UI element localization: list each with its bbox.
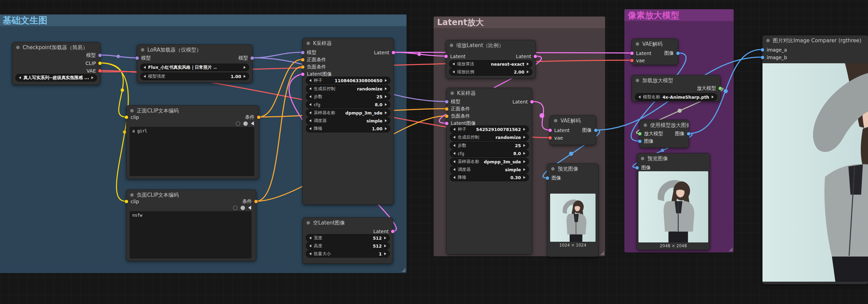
output-port-conditioning[interactable]: 条件 [242,199,258,204]
output-port-latent[interactable]: Latent [512,99,534,105]
clip-port-icon[interactable] [98,62,102,65]
node-title-bar[interactable]: 缩放Latent（比例） [446,40,535,51]
scale-ratio-widget[interactable]: 缩放比例 2.00 [449,68,532,76]
seed-widget[interactable]: 种子 1108406330800650 [306,77,390,84]
sampler-name-widget[interactable]: 采样器名称 dpmpp_3m_sde [450,158,529,165]
collapse-dot-icon[interactable] [551,167,555,171]
input-port-positive[interactable]: 正面条件 [301,57,326,63]
cfg-widget[interactable]: cfg 8.0 [450,150,529,157]
node-title-bar[interactable]: 图片对比Image Comparer (rgthree) [763,35,868,46]
latent-port-icon[interactable] [444,55,448,58]
collapse-dot-icon[interactable] [307,42,310,45]
node-title-bar[interactable]: Checkpoint加载器（简易） [12,42,100,53]
next-arrow-icon[interactable] [91,76,93,79]
lora-strength-widget[interactable]: 模型强度 1.00 [140,73,249,80]
model-name-widget[interactable]: 模型名称 4x-AnimeSharp.pth [635,93,717,101]
output-port-upscale-model[interactable]: 放大模型 [697,86,722,91]
node-title-bar[interactable]: 加载放大模型 [632,75,720,86]
collapse-dot-icon[interactable] [641,157,644,160]
latent-port-icon[interactable] [630,52,634,55]
decrement-arrow-icon[interactable] [453,70,455,73]
group-title-base[interactable]: 基础文生图 [0,14,407,26]
decrement-arrow-icon[interactable] [453,63,455,65]
conditioning-port-icon[interactable] [301,65,304,69]
decrement-arrow-icon[interactable] [453,176,455,179]
collapse-dot-icon[interactable] [130,109,134,112]
increment-arrow-icon[interactable] [244,75,246,78]
node-preview-image-2048[interactable]: 预览图像 图像 2048 × 2048 [637,153,710,250]
steps-widget[interactable]: 步数 25 [450,142,529,149]
increment-arrow-icon[interactable] [385,127,387,130]
ckpt-name-widget[interactable]: 真人写实系列--超级真实氛围感 ... [15,74,97,82]
height-widget[interactable]: 高度 512 [306,242,390,250]
collapse-dot-icon[interactable] [636,42,639,46]
output-port-vae[interactable]: VAE [87,68,102,74]
image-port-icon[interactable] [635,166,639,170]
input-port-image[interactable]: 图像 [546,175,561,181]
increment-arrow-icon[interactable] [385,79,387,82]
next-arrow-icon[interactable] [712,96,714,98]
prev-arrow-icon[interactable] [638,96,641,98]
collapse-dot-icon[interactable] [644,123,647,127]
decrement-arrow-icon[interactable] [309,103,311,106]
prev-arrow-icon[interactable] [19,76,21,79]
group-resize-handle[interactable] [728,247,733,251]
latent-port-icon[interactable] [534,55,537,58]
output-port-clip[interactable]: CLIP [86,61,102,66]
increment-arrow-icon[interactable] [523,176,525,179]
vae-port-icon[interactable] [98,69,102,73]
output-port-latent[interactable]: Latent [374,50,395,55]
clip-port-icon[interactable] [125,200,128,203]
decrement-arrow-icon[interactable] [309,245,311,247]
collapse-dot-icon[interactable] [141,48,144,52]
node-title-bar[interactable]: VAE解码 [632,39,678,49]
input-port-positive[interactable]: 正面条件 [445,106,470,112]
input-port-image-b[interactable]: image_b [761,55,787,60]
preview-thumbnail[interactable] [550,194,596,242]
decrement-arrow-icon[interactable] [309,87,311,90]
node-empty-latent[interactable]: 空Latent图像 Latent 宽度 512 高度 512 批量大小 1 [302,217,393,264]
image-port-icon[interactable] [676,52,680,55]
increment-arrow-icon[interactable] [385,95,387,98]
node-title-bar[interactable]: 正面CLIP文本编码 [126,106,259,116]
textarea-toolbar[interactable] [233,206,251,210]
node-preview-image-1024[interactable]: 预览图像 图像 1024 × 1024 [547,163,599,257]
increment-arrow-icon[interactable] [385,119,387,122]
input-port-clip[interactable]: clip [125,115,139,120]
input-port-negative[interactable]: 负面条件 [445,113,470,119]
control-after-generate-widget[interactable]: 生成后控制 randomize [450,133,529,141]
node-graph-canvas[interactable]: 基础文生图 Latent放大 像素放大模型 [0,0,868,304]
upscale-method-widget[interactable]: 缩放算法 nearest-exact [449,60,532,68]
decrement-arrow-icon[interactable] [453,136,455,139]
image-port-icon[interactable] [546,176,549,180]
width-widget[interactable]: 宽度 512 [306,234,390,242]
increment-arrow-icon[interactable] [527,63,529,65]
latent-port-icon[interactable] [445,122,448,125]
sampler-name-widget[interactable]: 采样器名称 dpmpp_3m_sde [306,109,390,117]
decrement-arrow-icon[interactable] [309,237,311,239]
increment-arrow-icon[interactable] [523,144,525,147]
conditioning-port-icon[interactable] [445,115,448,118]
node-ksampler-2[interactable]: K采样器 模型 正面条件 负面条件 Latent图像 Latent 种子 542… [446,88,532,254]
decrement-arrow-icon[interactable] [453,152,455,155]
image-port-icon[interactable] [594,129,598,132]
vae-port-icon[interactable] [548,136,552,140]
conditioning-port-icon[interactable] [254,200,258,203]
node-title-bar[interactable]: 空Latent图像 [303,218,393,228]
increment-arrow-icon[interactable] [523,128,525,131]
collapse-dot-icon[interactable] [554,119,557,122]
ring-icon[interactable] [233,206,237,210]
input-port-image-a[interactable]: image_a [761,47,787,53]
increment-arrow-icon[interactable] [523,168,525,171]
decrement-arrow-icon[interactable] [309,119,311,122]
increment-arrow-icon[interactable] [385,111,387,114]
increment-arrow-icon[interactable] [523,136,525,139]
image-port-icon[interactable] [687,132,690,135]
seed-widget[interactable]: 种子 542529100781562 [450,126,529,133]
decrement-arrow-icon[interactable] [309,79,311,82]
collapse-dot-icon[interactable] [307,221,310,225]
input-port-latent[interactable]: Latent [630,51,652,56]
image-port-icon[interactable] [761,48,764,52]
input-port-latent[interactable]: Latent [444,54,466,59]
collapse-dot-icon[interactable] [636,79,639,82]
